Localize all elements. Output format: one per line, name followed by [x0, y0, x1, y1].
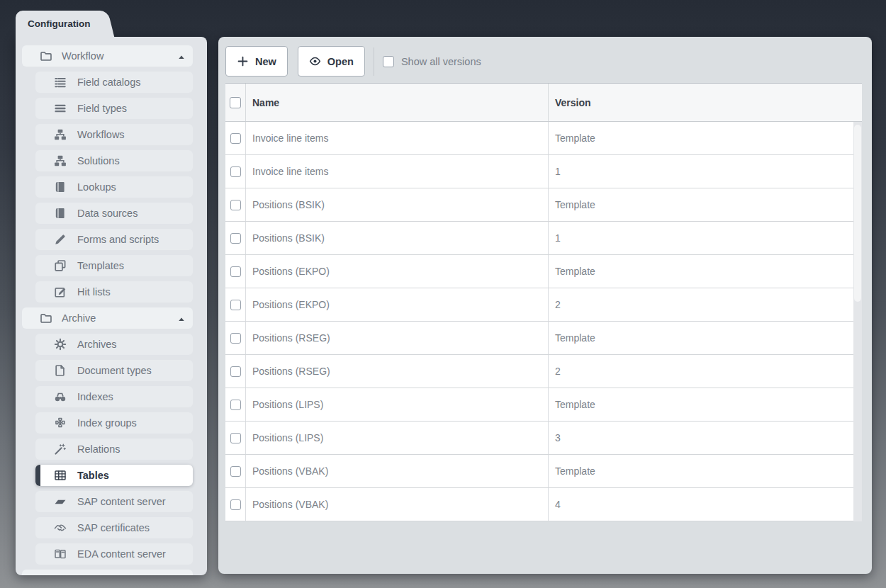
sidebar-section-workflow[interactable]: Workflow — [22, 45, 193, 67]
table-row[interactable]: Positions (EKPO) Template — [225, 255, 853, 288]
table-row[interactable]: Positions (LIPS) Template — [225, 388, 853, 422]
sidebar-section-archive[interactable]: Archive — [22, 307, 193, 329]
open-button[interactable]: Open — [298, 46, 365, 77]
table-row[interactable]: Positions (LIPS) 3 — [225, 422, 853, 455]
sidebar-item-solutions[interactable]: Solutions — [35, 150, 193, 171]
row-checkbox[interactable] — [230, 366, 241, 377]
sidebar-item-label: Archives — [77, 339, 117, 350]
sidebar-item-field-catalogs[interactable]: Field catalogs — [35, 72, 193, 93]
row-checkbox[interactable] — [230, 166, 241, 177]
select-all-checkbox[interactable] — [230, 97, 241, 108]
row-checkbox[interactable] — [230, 433, 241, 443]
table-row[interactable]: Positions (BSIK) Template — [225, 188, 853, 222]
edit-icon — [54, 285, 67, 298]
cell-name: Positions (EKPO) — [252, 299, 330, 310]
field-types-icon — [54, 102, 67, 115]
cell-version: 1 — [555, 232, 561, 244]
sidebar-item-eda-content-server[interactable]: EDA content server — [35, 543, 193, 565]
cell-version: Template — [555, 266, 595, 277]
sidebar-item-lookups[interactable]: Lookups — [35, 176, 193, 198]
sidebar-item-label: Workflows — [77, 129, 125, 140]
row-checkbox[interactable] — [230, 466, 241, 477]
sitemap-icon — [54, 154, 67, 167]
table-row[interactable]: Positions (RSEG) Template — [225, 322, 853, 355]
cell-version: Template — [555, 332, 595, 344]
cell-version: 2 — [555, 366, 561, 377]
sidebar-item-label: Tables — [77, 470, 109, 481]
binoculars-icon — [54, 390, 67, 403]
table-header-row: Name Version — [225, 84, 862, 122]
cell-name: Positions (RSEG) — [252, 366, 330, 377]
table-scrollbar-thumb[interactable] — [854, 125, 861, 302]
sidebar-item-label: Relations — [77, 443, 120, 455]
row-checkbox[interactable] — [230, 133, 241, 144]
sidebar-item-sap-content-server[interactable]: SAP content server — [35, 491, 193, 512]
sidebar-item-label: Archive — [62, 312, 96, 324]
cell-version: Template — [555, 465, 595, 477]
show-all-versions-checkbox[interactable] — [383, 56, 394, 67]
sidebar-item-data-sources[interactable]: Data sources — [35, 203, 193, 224]
sidebar-item-hit-lists[interactable]: Hit lists — [35, 281, 193, 303]
row-checkbox[interactable] — [230, 233, 241, 244]
sidebar-item-label: Workflow — [62, 50, 103, 62]
sidebar-item-document-types[interactable]: Document types — [35, 360, 193, 381]
sidebar-item-relations[interactable]: Relations — [35, 439, 193, 460]
table-row[interactable]: Positions (VBAK) Template — [225, 455, 853, 488]
sidebar: Workflow Field catalogs Field types Work… — [16, 37, 207, 575]
field-catalogs-icon — [54, 76, 67, 89]
cell-name: Invoice line items — [252, 166, 328, 177]
sidebar-item-templates[interactable]: Templates — [35, 255, 193, 276]
sidebar-item-workflows[interactable]: Workflows — [35, 124, 193, 145]
sidebar-item-archives[interactable]: Archives — [35, 334, 193, 355]
chevron-up-icon — [177, 52, 186, 60]
table-scrollbar-track[interactable] — [853, 122, 862, 521]
row-checkbox[interactable] — [230, 400, 241, 410]
eye-icon — [309, 55, 321, 67]
sidebar-item-tables[interactable]: Tables — [35, 465, 193, 486]
sidebar-item-label: SAP certificates — [77, 522, 150, 533]
cell-version: 3 — [555, 432, 561, 443]
table-row[interactable]: Invoice line items 1 — [225, 155, 853, 188]
table-row[interactable]: Positions (EKPO) 2 — [225, 288, 853, 322]
toolbar: New Open Show all versions — [225, 46, 481, 77]
sidebar-item-field-types[interactable]: Field types — [35, 98, 193, 119]
sidebar-item-label: Field types — [77, 103, 127, 114]
sidebar-item-indexes[interactable]: Indexes — [35, 386, 193, 407]
sidebar-item-forms-and-scripts[interactable]: Forms and scripts — [35, 229, 193, 250]
cell-version: Template — [555, 199, 595, 210]
book-icon — [54, 207, 67, 220]
row-checkbox[interactable] — [230, 300, 241, 310]
tab-label: Configuration — [16, 11, 96, 37]
sidebar-item-label: SAP content server — [77, 496, 166, 507]
row-checkbox[interactable] — [230, 200, 241, 210]
sidebar-item-label: Data sources — [77, 208, 138, 219]
folder-icon — [40, 50, 52, 62]
table-row[interactable]: Invoice line items Template — [225, 122, 853, 155]
book-icon — [54, 181, 67, 193]
server-icon — [54, 495, 67, 508]
row-checkbox[interactable] — [230, 333, 241, 344]
cell-name: Invoice line items — [252, 132, 328, 144]
table-row[interactable]: Positions (BSIK) 1 — [225, 222, 853, 255]
sidebar-item-partial[interactable] — [22, 570, 193, 575]
folder-icon — [40, 312, 52, 324]
sidebar-item-label: Hit lists — [77, 286, 111, 298]
cell-name: Positions (VBAK) — [252, 465, 328, 477]
tab-configuration[interactable]: Configuration — [16, 11, 96, 37]
row-checkbox[interactable] — [230, 266, 241, 277]
table-row[interactable]: Positions (VBAK) 4 — [225, 488, 853, 521]
sidebar-item-sap-certificates[interactable]: SAP certificates — [35, 517, 193, 538]
sidebar-item-index-groups[interactable]: Index groups — [35, 412, 193, 434]
main-panel: New Open Show all versions Name Version … — [218, 37, 872, 574]
sidebar-item-label: Indexes — [77, 391, 113, 402]
row-checkbox[interactable] — [230, 499, 241, 510]
open-button-label: Open — [327, 56, 354, 67]
table-row[interactable]: Positions (RSEG) 2 — [225, 355, 853, 388]
sidebar-item-label: Templates — [77, 260, 124, 271]
cell-version: 1 — [555, 166, 561, 177]
column-header-name: Name — [252, 97, 279, 108]
new-button[interactable]: New — [225, 46, 288, 77]
puzzle-icon — [54, 417, 67, 429]
column-header-version: Version — [555, 97, 591, 108]
cell-name: Positions (BSIK) — [252, 199, 325, 210]
